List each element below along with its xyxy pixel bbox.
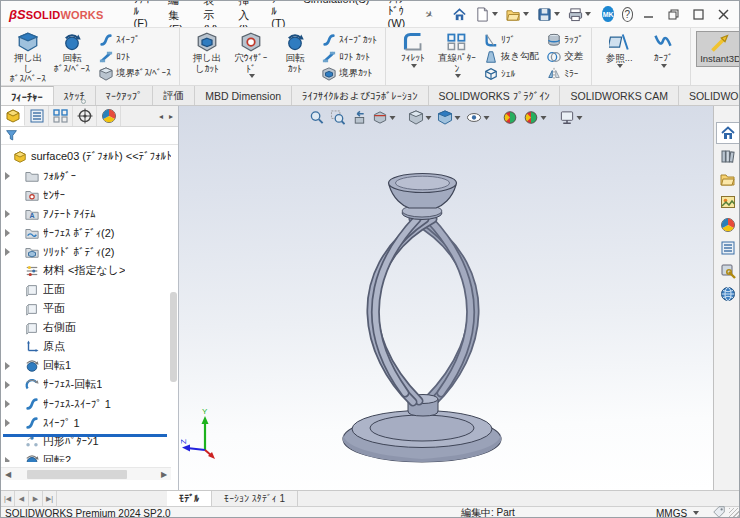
expand-arrow[interactable]	[1, 362, 13, 370]
graphics-viewport[interactable]: Y Z	[179, 106, 713, 490]
zoom-fit-icon[interactable]	[308, 109, 327, 126]
previous-view-icon[interactable]	[350, 109, 369, 126]
dropdown-caret[interactable]	[523, 12, 529, 16]
expand-arrow[interactable]	[1, 381, 13, 389]
tab-mbd-dimension[interactable]: MBD Dimension	[195, 86, 292, 105]
maximize-icon[interactable]	[693, 9, 704, 20]
expand-arrow[interactable]	[1, 248, 13, 256]
tree-item-folder[interactable]: ﾌｫﾙﾀﾞｰ	[1, 166, 171, 185]
dropdown-caret[interactable]	[390, 116, 396, 120]
dropdown-caret[interactable]	[617, 64, 623, 68]
lofted-cut-button[interactable]: ﾛﾌﾄ ｶｯﾄ	[319, 48, 380, 65]
tab-lifecycle-collaboration[interactable]: ﾗｲﾌｻｲｸﾙおよびｺﾗﾎﾞﾚｰｼｮﾝ	[292, 86, 429, 105]
design-library-icon[interactable]	[716, 145, 740, 167]
dimxpert-manager-icon[interactable]	[73, 106, 97, 126]
hide-show-items-icon[interactable]	[465, 109, 492, 126]
resources-home-icon[interactable]	[716, 122, 740, 144]
property-manager-icon[interactable]	[25, 106, 49, 126]
view-palette-icon[interactable]	[716, 191, 740, 213]
boundary-cut-button[interactable]: 境界ｶｯﾄ	[319, 65, 380, 82]
tree-item-right-plane[interactable]: 右側面	[1, 318, 171, 337]
draft-button[interactable]: 抜き勾配	[481, 48, 542, 65]
intersect-button[interactable]: 交差	[544, 48, 586, 65]
tree-item-top-plane[interactable]: 平面	[1, 299, 171, 318]
tree-item-sweep1[interactable]: ｽｲｰﾌﾟ 1	[1, 413, 171, 432]
custom-properties-icon[interactable]	[716, 237, 740, 259]
dropdown-caret[interactable]	[554, 12, 560, 16]
cam-technology-icon[interactable]	[716, 260, 740, 282]
tab-sketch[interactable]: ｽｹｯﾁ	[54, 86, 96, 105]
user-avatar[interactable]: MK	[602, 6, 613, 22]
expand-arrow[interactable]	[1, 419, 13, 427]
restore-icon[interactable]	[668, 9, 679, 20]
boundary-boss-button[interactable]: 境界ﾎﾞｽ/ﾍﾞｰｽ	[96, 65, 174, 82]
tree-item-sensors[interactable]: ｾﾝｻｰ	[1, 185, 171, 204]
tag-icon[interactable]	[713, 506, 725, 518]
dropdown-caret[interactable]	[249, 74, 255, 78]
dropdown-caret[interactable]	[492, 12, 498, 16]
expand-arrow[interactable]	[1, 457, 13, 463]
motion-next-button[interactable]: ▶	[29, 491, 43, 506]
curves-button[interactable]: ｶｰﾌﾞ	[641, 31, 685, 69]
dropdown-caret[interactable]	[585, 12, 591, 16]
dropdown-caret[interactable]	[577, 116, 583, 120]
reference-geometry-button[interactable]: 参照...	[597, 31, 641, 69]
zoom-area-icon[interactable]	[329, 109, 348, 126]
help-icon[interactable]: ?	[622, 7, 633, 22]
tab-features[interactable]: ﾌｨｰﾁｬｰ	[1, 86, 54, 105]
tree-item-revolve2[interactable]: 回転2	[1, 451, 171, 462]
revolve-boss-button[interactable]: 回転 ﾎﾞｽ/ﾍﾞｰｽ	[50, 31, 94, 75]
panel-tab-scroll-right-icon[interactable]: ▸	[169, 112, 173, 121]
scroll-left-icon[interactable]: ◀	[1, 470, 15, 479]
tree-item-origin[interactable]: 原点	[1, 337, 171, 356]
section-view-icon[interactable]	[371, 109, 398, 126]
dropdown-caret[interactable]	[455, 74, 461, 78]
panel-splitter-handle[interactable]	[81, 99, 86, 104]
instant3d-button[interactable]: Instant3D	[696, 31, 740, 67]
close-icon[interactable]	[718, 9, 729, 20]
tab-solidworks-cam[interactable]: SOLIDWORKS CAM	[560, 86, 678, 105]
tree-item-surface-sweep1[interactable]: ｻｰﾌｪｽ-ｽｲｰﾌﾟ 1	[1, 394, 171, 413]
motion-first-button[interactable]: |◀	[1, 491, 15, 506]
expand-arrow[interactable]	[1, 172, 13, 180]
dropdown-caret[interactable]	[541, 116, 547, 120]
feature-manager-icon[interactable]	[1, 106, 25, 126]
tree-vertical-scrollbar[interactable]	[170, 147, 177, 462]
tab-evaluate[interactable]: 評価	[153, 86, 195, 105]
save-icon[interactable]	[534, 5, 563, 24]
panel-tab-scroll-left-icon[interactable]: ◂	[159, 112, 163, 121]
tree-item-front-plane[interactable]: 正面	[1, 280, 171, 299]
tree-item-material[interactable]: 材料 <指定なし>	[1, 261, 171, 280]
display-style-icon[interactable]	[436, 109, 463, 126]
shell-button[interactable]: ｼｪﾙ	[481, 65, 542, 82]
swept-cut-button[interactable]: ｽｲｰﾌﾟｶｯﾄ	[319, 31, 380, 48]
extruded-cut-button[interactable]: 押し出 しｶｯﾄ	[185, 31, 229, 75]
tree-item-surface-revolve1[interactable]: ｻｰﾌｪｽ-回転1	[1, 375, 171, 394]
rollback-bar[interactable]	[3, 434, 167, 437]
motion-prev-button[interactable]: ◀	[15, 491, 29, 506]
expand-arrow[interactable]	[1, 229, 13, 237]
dropdown-caret[interactable]	[455, 116, 461, 120]
apply-scene-icon[interactable]	[522, 109, 549, 126]
configuration-manager-icon[interactable]	[49, 106, 73, 126]
tree-horizontal-scrollbar[interactable]: ◀ ▶	[1, 467, 171, 480]
edit-appearance-icon[interactable]	[501, 109, 520, 126]
fillet-button[interactable]: ﾌｨﾚｯﾄ	[391, 31, 435, 69]
dropdown-caret[interactable]	[426, 116, 432, 120]
home-icon[interactable]	[449, 5, 470, 24]
expand-arrow[interactable]	[1, 400, 13, 408]
mirror-button[interactable]: ﾐﾗｰ	[544, 65, 586, 82]
expand-arrow[interactable]	[1, 210, 13, 218]
display-manager-icon[interactable]	[97, 106, 121, 126]
minimize-icon[interactable]	[643, 9, 654, 20]
dropdown-caret[interactable]	[661, 64, 667, 68]
tree-item-root[interactable]: surface03 (ﾃﾞﾌｫﾙﾄ) <<ﾃﾞﾌｫﾙﾄ>_表示	[1, 147, 171, 166]
linear-pattern-button[interactable]: 直線ﾊﾟﾀｰﾝ	[435, 31, 479, 79]
tree-item-surface-bodies[interactable]: ｻｰﾌｪｽ ﾎﾞﾃﾞｨ(2)	[1, 223, 171, 242]
forum-globe-icon[interactable]	[716, 283, 740, 305]
tab-solidworks-cam-tbm[interactable]: SOLIDWORKS CAM TBM	[679, 86, 740, 105]
tab-model[interactable]: ﾓﾃﾞﾙ	[167, 491, 212, 506]
tab-motion-study-1[interactable]: ﾓｰｼｮﾝ ｽﾀﾃﾞｨ 1	[212, 491, 298, 506]
dropdown-caret[interactable]	[484, 116, 490, 120]
tree-item-revolve1[interactable]: 回転1	[1, 356, 171, 375]
